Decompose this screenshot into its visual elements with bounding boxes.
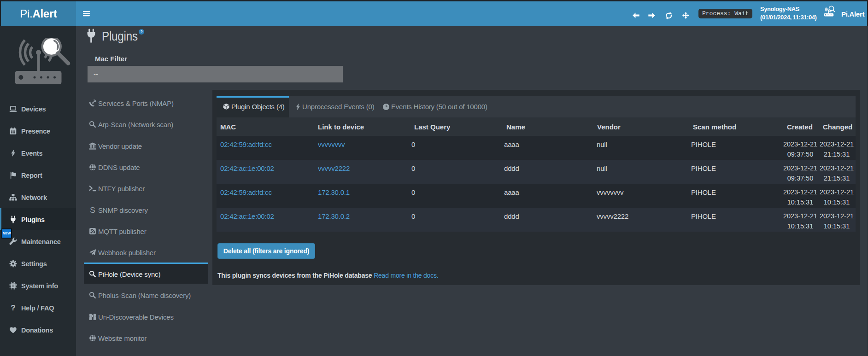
svg-text:S: S [90,206,95,214]
svg-text:?: ? [11,304,15,312]
